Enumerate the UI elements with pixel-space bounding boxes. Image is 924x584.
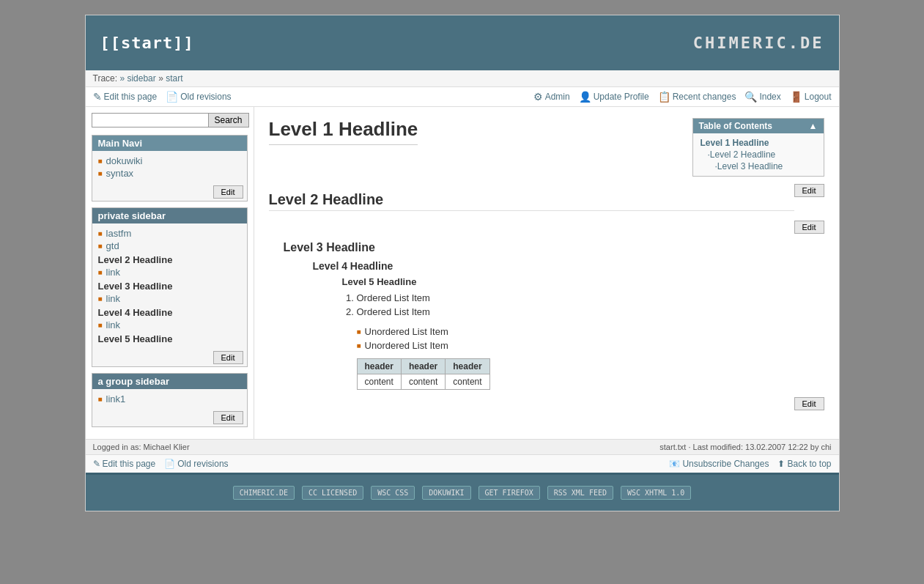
bottom-toolbar: ✎ Edit this page 📄 Old revisions 📧 Unsub… — [86, 454, 839, 473]
sidebar-section-content-group: ■ link1 — [92, 389, 247, 409]
admin-link[interactable]: ⚙ Admin — [533, 91, 570, 103]
edit-icon: ✎ — [93, 91, 102, 103]
sidebar-item-link-l4: ■ link — [98, 319, 241, 331]
admin-icon: ⚙ — [533, 91, 543, 103]
sidebar-link-l4[interactable]: link — [106, 319, 121, 330]
sidebar-heading-level5: Level 5 Headline — [98, 331, 241, 345]
bullet-icon: ■ — [98, 321, 103, 329]
bottom-toolbar-left: ✎ Edit this page 📄 Old revisions — [93, 459, 229, 469]
sidebar-heading-level2: Level 2 Headline — [98, 252, 241, 266]
toc-title: Table of Contents — [699, 121, 772, 131]
h5-section: Level 5 Headline Ordered List Item Order… — [298, 276, 824, 390]
unsubscribe-icon: 📧 — [669, 459, 680, 469]
info-bar: Logged in as: Michael Klier start.txt · … — [86, 439, 839, 454]
list-item: ■ Unordered List Item — [357, 339, 824, 352]
search-input[interactable] — [92, 113, 209, 127]
search-box: Search — [92, 113, 248, 127]
table-header: header — [357, 359, 401, 374]
toolbar-left: ✎ Edit this page 📄 Old revisions — [93, 91, 232, 103]
unordered-list: ■ Unordered List Item ■ Unordered List I… — [357, 325, 824, 352]
footer-badge: CHIMERIC.DE — [233, 486, 295, 500]
sidebar-section-private: private sidebar ■ lastfm ■ gtd Level 2 H… — [92, 207, 248, 367]
index-icon: 🔍 — [744, 91, 757, 103]
bottom-edit-page-link[interactable]: ✎ Edit this page — [93, 459, 156, 469]
main-layout: Search Main Navi ■ dokuwiki ■ syntax Edi… — [86, 107, 839, 439]
h1-toc-row: Level 1 Headline Table of Contents ▲ Lev… — [269, 118, 824, 177]
content-h1: Level 1 Headline — [269, 118, 418, 145]
table-cell: content — [357, 374, 401, 390]
toc-link-h1[interactable]: Level 1 Headline — [701, 137, 816, 149]
index-link[interactable]: 🔍 Index — [744, 91, 780, 103]
dokuwiki-link[interactable]: dokuwiki — [106, 155, 143, 166]
top-toolbar: ✎ Edit this page 📄 Old revisions ⚙ Admin… — [86, 87, 839, 107]
footer-badge: WSC CSS — [371, 486, 415, 500]
sidebar-link-l3[interactable]: link — [106, 293, 121, 304]
recent-changes-link[interactable]: 📋 Recent changes — [658, 91, 736, 103]
h3-edit-button[interactable]: Edit — [794, 221, 824, 234]
gtd-link[interactable]: gtd — [106, 240, 119, 251]
profile-icon: 👤 — [579, 91, 591, 103]
content-h3: Level 3 Headline — [284, 241, 824, 254]
sidebar: Search Main Navi ■ dokuwiki ■ syntax Edi… — [86, 107, 254, 439]
table-cell: content — [446, 374, 489, 390]
sidebar-item-syntax: ■ syntax — [98, 167, 241, 180]
content-h4: Level 4 Headline — [313, 260, 824, 272]
sidebar-section-title-private: private sidebar — [92, 208, 247, 223]
footer-badges: CHIMERIC.DE CC LICENSED WSC CSS DOKUWIKI… — [93, 486, 832, 500]
toc-toggle-icon[interactable]: ▲ — [809, 121, 818, 131]
sidebar-item-link-l2: ■ link — [98, 266, 241, 278]
footer-badge: RSS XML FEED — [547, 486, 613, 500]
table-header: header — [401, 359, 445, 374]
footer-badge: GET FIREFOX — [478, 486, 540, 500]
h4-section: Level 4 Headline Level 5 Headline Ordere… — [284, 260, 824, 390]
h3-edit-row: Edit — [269, 221, 824, 234]
sidebar-section-group: a group sidebar ■ link1 Edit — [92, 373, 248, 427]
bullet-icon: ■ — [98, 169, 103, 177]
bottom-toolbar-right: 📧 Unsubscribe Changes ⬆ Back to top — [669, 459, 831, 469]
search-button[interactable]: Search — [209, 113, 249, 127]
sidebar-heading-level4: Level 4 Headline — [98, 305, 241, 319]
h2-edit-button[interactable]: Edit — [794, 184, 824, 197]
edit-private-button[interactable]: Edit — [213, 351, 243, 364]
bottom-edit-button[interactable]: Edit — [794, 397, 824, 410]
bullet-icon: ■ — [98, 395, 103, 403]
link1-link[interactable]: link1 — [106, 393, 126, 404]
edit-icon: ✎ — [93, 459, 100, 469]
toc-box: Table of Contents ▲ Level 1 Headline ·Le… — [692, 118, 824, 177]
bullet-icon: ■ — [98, 157, 103, 165]
logged-in-info: Logged in as: Michael Klier — [93, 443, 190, 451]
bullet-icon: ■ — [357, 341, 361, 350]
site-header: [[start]] CHIMERIC.DE — [86, 15, 839, 70]
site-title: [[start]] — [100, 34, 194, 52]
revisions-icon: 📄 — [166, 91, 178, 103]
list-item: Ordered List Item — [357, 305, 824, 319]
sidebar-section-content-main-navi: ■ dokuwiki ■ syntax — [92, 151, 247, 183]
breadcrumb-link-start[interactable]: start — [166, 73, 182, 84]
edit-main-navi-button[interactable]: Edit — [213, 185, 243, 199]
update-profile-link[interactable]: 👤 Update Profile — [579, 91, 649, 103]
sidebar-section-main-navi: Main Navi ■ dokuwiki ■ syntax Edit — [92, 135, 248, 202]
toc-link-h3[interactable]: ·Level 3 Headline — [701, 160, 816, 172]
footer-badge: CC LICENSED — [302, 486, 363, 500]
sidebar-edit-btn-private: Edit — [92, 349, 247, 366]
sidebar-edit-btn-group: Edit — [92, 409, 247, 426]
old-revisions-link[interactable]: 📄 Old revisions — [166, 91, 231, 103]
syntax-link[interactable]: syntax — [106, 168, 134, 179]
content-table: header header header content content con… — [357, 358, 490, 390]
logout-link[interactable]: 🚪 Logout — [790, 91, 832, 103]
bottom-old-revisions-link[interactable]: 📄 Old revisions — [164, 459, 228, 469]
top-icon: ⬆ — [777, 459, 785, 469]
toc-link-h2[interactable]: ·Level 2 Headline — [701, 149, 816, 160]
content-area: Level 1 Headline Table of Contents ▲ Lev… — [254, 107, 839, 439]
sidebar-section-content-private: ■ lastfm ■ gtd Level 2 Headline ■ link L… — [92, 223, 247, 349]
edit-group-button[interactable]: Edit — [213, 411, 243, 424]
sidebar-link-l2[interactable]: link — [106, 267, 121, 278]
breadcrumb-link-sidebar[interactable]: » sidebar — [119, 73, 155, 84]
lastfm-link[interactable]: lastfm — [106, 228, 132, 239]
back-to-top-link[interactable]: ⬆ Back to top — [777, 459, 831, 469]
sidebar-item-link-l3: ■ link — [98, 292, 241, 305]
footer-badge: WSC XHTML 1.0 — [621, 486, 691, 500]
breadcrumb: Trace: » sidebar » start — [86, 70, 839, 87]
unsubscribe-link[interactable]: 📧 Unsubscribe Changes — [669, 459, 769, 469]
edit-page-link[interactable]: ✎ Edit this page — [93, 91, 158, 103]
